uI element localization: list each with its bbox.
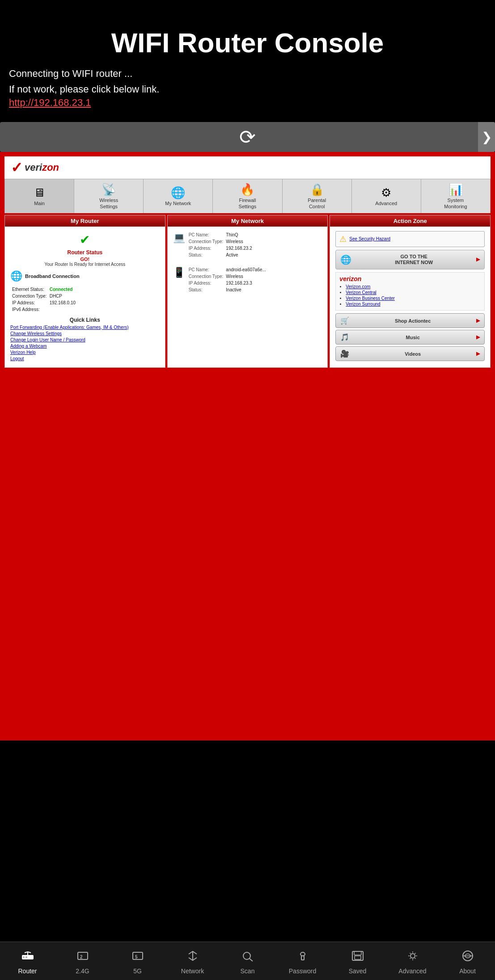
verizon-links-box: verizon Verizon.com Verizon Central Veri… — [335, 272, 485, 311]
svg-line-5 — [28, 952, 31, 953]
quick-links-list: Port Forwarding (Enable Applications: Ga… — [10, 325, 160, 361]
nav-tabs: 🖥 Main 📡 WirelessSettings 🌐 My Network 🔥… — [4, 179, 491, 213]
tab-mynetwork[interactable]: 🌐 My Network — [144, 179, 213, 213]
password-nav-icon — [295, 949, 310, 966]
svg-point-2 — [25, 956, 27, 958]
tab-main[interactable]: 🖥 Main — [5, 179, 74, 213]
device2-icon: 📱 — [173, 266, 185, 294]
videos-label: Videos — [405, 351, 421, 357]
action-zone-panel: Action Zone ⚠ See Security Hazard 🌐 GO T… — [330, 215, 491, 368]
verizon-links-list: Verizon.com Verizon Central Verizon Busi… — [339, 284, 481, 307]
music-label: Music — [406, 335, 420, 340]
list-item: Change Login User Name / Password — [10, 337, 160, 342]
my-router-panel-body: ✔ Router Status GO! Your Router Is Ready… — [5, 227, 165, 367]
red-background-space — [4, 370, 491, 736]
refresh-icon[interactable]: ⟳ — [239, 126, 256, 148]
ipv6-label: IPv6 Address: — [11, 307, 48, 312]
forward-arrow-icon[interactable]: ❯ — [478, 122, 495, 152]
verizon-logo: ✓ verizon — [11, 159, 59, 176]
go-internet-arrow-icon: ▶ — [476, 257, 480, 262]
security-hazard-link[interactable]: See Security Hazard — [349, 236, 390, 241]
bottom-nav-2g[interactable]: 2 2.4G — [55, 942, 110, 980]
verizon-logo-text: verizon — [25, 162, 59, 173]
router-link[interactable]: http://192.168.23.1 — [9, 97, 486, 109]
tab-firewall[interactable]: 🔥 FirewallSettings — [213, 179, 282, 213]
main-icon: 🖥 — [34, 186, 45, 200]
router-nav-label: Router — [18, 967, 37, 975]
bottom-nav-5g[interactable]: 5 5G — [110, 942, 165, 980]
bottom-nav-network[interactable]: Network — [165, 942, 220, 980]
router-status-desc: Your Router Is Ready for Internet Access — [10, 262, 160, 267]
device1-info: PC Name:ThinQ Connection Type:Wireless I… — [188, 231, 255, 259]
list-item: Adding a Webcam — [10, 344, 160, 349]
my-network-panel-body: 💻 PC Name:ThinQ Connection Type:Wireless… — [168, 227, 328, 305]
list-item: Verizon Surround — [346, 302, 481, 307]
ip-value: 192.168.0.10 — [49, 300, 76, 306]
network-nav-icon — [185, 949, 200, 966]
bottom-nav-advanced[interactable]: Advanced — [385, 942, 440, 980]
videos-arrow-icon: ▶ — [476, 351, 480, 357]
verizon-checkmark-icon: ✓ — [11, 159, 23, 176]
tab-main-label: Main — [34, 201, 45, 206]
svg-line-11 — [250, 959, 253, 961]
verizon-links-logo: verizon — [339, 275, 481, 282]
connection-type-value: DHCP — [49, 293, 76, 299]
tab-monitoring[interactable]: 📊 SystemMonitoring — [421, 179, 490, 213]
router-nav-icon — [20, 949, 35, 966]
bottom-nav-router[interactable]: Router — [0, 942, 55, 980]
shop-icon: 🛒 — [340, 316, 349, 325]
music-button[interactable]: 🎵 Music ▶ — [335, 330, 485, 345]
bottom-nav-password[interactable]: Password — [275, 942, 330, 980]
svg-rect-8 — [133, 952, 143, 959]
top-header: WIFI Router Console Connecting to WIFI r… — [0, 0, 495, 118]
tab-parental-label: ParentalControl — [308, 198, 326, 209]
list-item: Verizon Central — [346, 290, 481, 295]
music-arrow-icon: ▶ — [476, 334, 480, 340]
scan-nav-icon — [240, 949, 255, 966]
ipv6-value — [49, 307, 76, 312]
saved-nav-label: Saved — [349, 967, 367, 975]
tab-mynetwork-label: My Network — [165, 201, 191, 206]
action-zone-panel-body: ⚠ See Security Hazard 🌐 GO TO THEINTERNE… — [330, 227, 490, 367]
broadband-icon: 🌐 — [10, 270, 22, 282]
firewall-icon: 🔥 — [240, 183, 254, 197]
go-internet-button[interactable]: 🌐 GO TO THEINTERNET NOW ▶ — [335, 250, 485, 269]
my-network-panel-header: My Network — [168, 215, 328, 227]
bottom-nav-about[interactable]: About — [440, 942, 495, 980]
my-network-panel: My Network 💻 PC Name:ThinQ Connection Ty… — [167, 215, 328, 368]
about-nav-label: About — [459, 967, 476, 975]
action-zone-panel-header: Action Zone — [330, 215, 490, 227]
svg-rect-6 — [78, 952, 88, 959]
ethernet-table: Ethernet Status: Connected Connection Ty… — [10, 286, 77, 313]
three-col-layout: My Router ✔ Router Status GO! Your Route… — [4, 213, 491, 370]
svg-rect-13 — [301, 956, 304, 960]
svg-point-17 — [410, 954, 415, 958]
5g-nav-label: 5G — [133, 967, 142, 975]
about-nav-icon — [460, 949, 475, 966]
device1-icon: 💻 — [173, 231, 185, 259]
bottom-nav-saved[interactable]: Saved — [330, 942, 385, 980]
video-icon: 🎥 — [340, 349, 349, 358]
bottom-nav-scan[interactable]: Scan — [220, 942, 275, 980]
advanced-icon: ⚙ — [381, 186, 391, 200]
tab-wireless-label: WirelessSettings — [99, 198, 118, 209]
videos-button[interactable]: 🎥 Videos ▶ — [335, 346, 485, 361]
tab-advanced[interactable]: ⚙ Advanced — [352, 179, 421, 213]
shop-actiontec-button[interactable]: 🛒 Shop Actiontec ▶ — [335, 313, 485, 328]
tab-advanced-label: Advanced — [375, 201, 397, 206]
check-icon: ✔ — [80, 233, 90, 247]
broadband-row: 🌐 Broadband Connection — [10, 270, 160, 282]
ethernet-status-value: Connected — [49, 286, 76, 292]
shop-label: Shop Actiontec — [395, 318, 431, 324]
tab-parental[interactable]: 🔒 ParentalControl — [283, 179, 352, 213]
security-hazard-row: ⚠ See Security Hazard — [335, 231, 485, 247]
svg-rect-16 — [355, 956, 361, 959]
connection-type-label: Connection Type: — [11, 293, 48, 299]
list-item: Verizon.com — [346, 284, 481, 289]
tab-wireless[interactable]: 📡 WirelessSettings — [74, 179, 144, 213]
my-router-panel: My Router ✔ Router Status GO! Your Route… — [4, 215, 165, 368]
shop-arrow-icon: ▶ — [476, 318, 480, 324]
tab-monitoring-label: SystemMonitoring — [444, 198, 467, 209]
router-status-go: GO! — [10, 257, 160, 262]
advanced-nav-label: Advanced — [398, 967, 426, 975]
